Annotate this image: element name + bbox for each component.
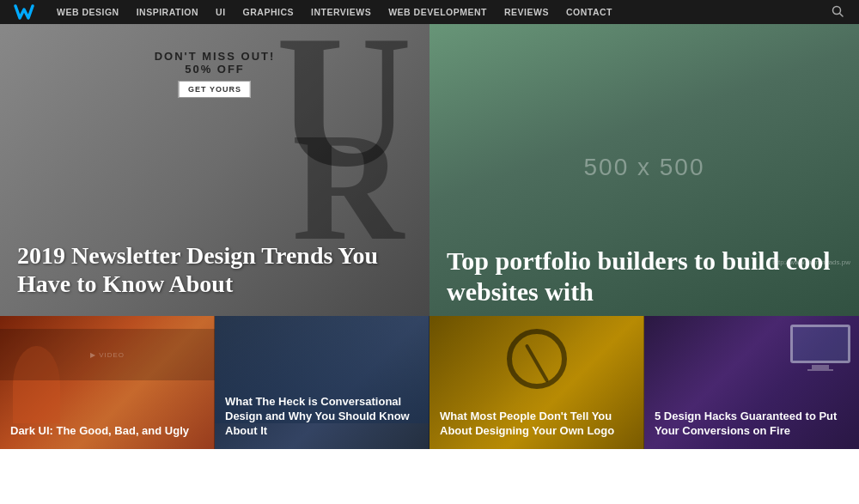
dark-ui-card[interactable]: ▶ VIDEO Dark UI: The Good, Bad, and Ugly	[0, 316, 215, 449]
nav-item-graphics[interactable]: GRAPHICS	[235, 0, 302, 24]
featured-newsletter-card[interactable]: U R DON'T MISS OUT! 50% OFF GET YOURS 20…	[0, 24, 430, 316]
logo-design-card[interactable]: What Most People Don't Tell You About De…	[430, 316, 644, 449]
promo-line1: DON'T MISS OUT!	[155, 50, 276, 63]
svg-line-1	[840, 13, 844, 16]
promo-banner: DON'T MISS OUT! 50% OFF GET YOURS	[155, 50, 276, 98]
nav-item-contact[interactable]: CONTACT	[557, 0, 621, 24]
conversational-design-card-title: What The Heck is Conversational Design a…	[225, 395, 419, 439]
nav-item-web-design[interactable]: WEB DESIGN	[48, 0, 128, 24]
promo-line2: 50% OFF	[155, 63, 276, 76]
navbar: WEB DESIGN INSPIRATION UI GRAPHICS INTER…	[0, 0, 859, 24]
nav-item-ui[interactable]: UI	[207, 0, 235, 24]
newsletter-card-title: 2019 Newsletter Design Trends You Have t…	[17, 241, 430, 299]
nav-item-web-development[interactable]: WEB DEVELOPMENT	[380, 0, 496, 24]
design-hacks-card[interactable]: 5 Design Hacks Guaranteed to Put Your Co…	[644, 316, 859, 449]
top-row: U R DON'T MISS OUT! 50% OFF GET YOURS 20…	[0, 24, 859, 316]
portfolio-card-title: Top portfolio builders to build cool web…	[447, 246, 859, 307]
conversational-design-card[interactable]: What The Heck is Conversational Design a…	[215, 316, 430, 449]
dark-ui-card-title: Dark UI: The Good, Bad, and Ugly	[10, 424, 204, 439]
nav-item-reviews[interactable]: REVIEWS	[496, 0, 557, 24]
logo-design-card-title: What Most People Don't Tell You About De…	[440, 410, 634, 439]
nav-item-inspiration[interactable]: INSPIRATION	[128, 0, 207, 24]
search-icon[interactable]	[825, 5, 850, 20]
nav-links: WEB DESIGN INSPIRATION UI GRAPHICS INTER…	[48, 0, 825, 24]
nav-item-interviews[interactable]: INTERVIEWS	[302, 0, 380, 24]
main-content: U R DON'T MISS OUT! 50% OFF GET YOURS 20…	[0, 24, 859, 449]
get-yours-button[interactable]: GET YOURS	[179, 81, 251, 98]
site-logo[interactable]	[9, 0, 40, 24]
ad-placeholder: 500 x 500	[584, 154, 705, 181]
bottom-row: ▶ VIDEO Dark UI: The Good, Bad, and Ugly…	[0, 316, 859, 449]
design-hacks-card-title: 5 Design Hacks Guaranteed to Put Your Co…	[655, 410, 849, 439]
featured-portfolio-card[interactable]: 500 x 500 http://www.dummyads.pw Top por…	[430, 24, 859, 316]
